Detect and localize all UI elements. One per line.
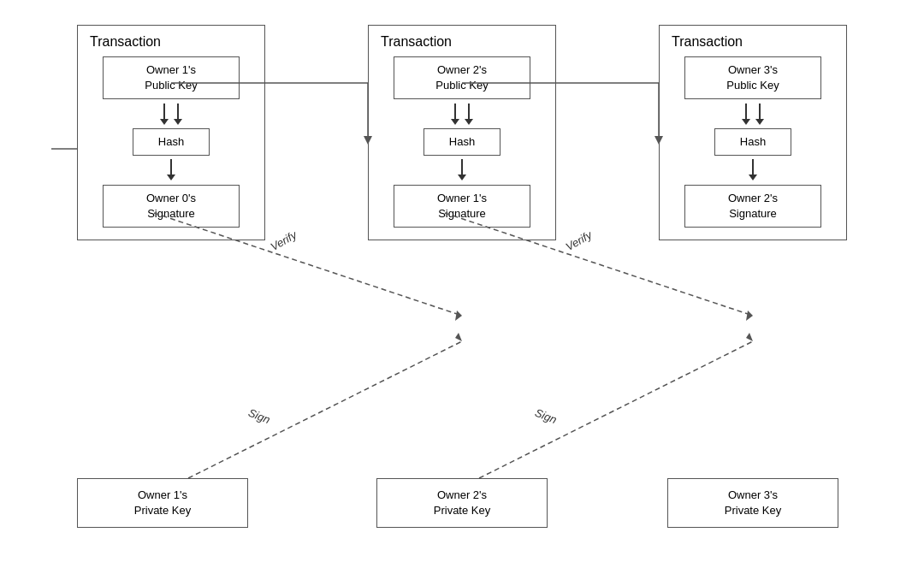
private-key-2: Owner 2'sPrivate Key: [376, 478, 548, 528]
tx3-signature: Owner 2'sSignature: [684, 185, 821, 228]
svg-marker-2: [455, 311, 462, 321]
private-key-3: Owner 3'sPrivate Key: [667, 478, 838, 528]
tx2-signature: Owner 1'sSignature: [394, 185, 530, 228]
tx3-label: Transaction: [672, 34, 834, 50]
tx1-label: Transaction: [90, 34, 252, 50]
transaction-box-3: Transaction Owner 3'sPublic Key Hash Own…: [659, 25, 847, 241]
tx1-signature: Owner 0'sSignature: [103, 185, 240, 228]
svg-line-7: [479, 341, 753, 478]
tx1-hash: Hash: [133, 128, 210, 156]
tx3-public-key: Owner 3'sPublic Key: [684, 56, 821, 99]
tx2-public-key: Owner 2'sPublic Key: [394, 56, 530, 99]
verify-label-2: Verify: [563, 228, 594, 252]
svg-marker-8: [746, 333, 753, 341]
svg-marker-6: [455, 333, 462, 341]
svg-marker-4: [746, 311, 753, 321]
sign-label-1: Sign: [246, 405, 272, 426]
tx2-label: Transaction: [381, 34, 543, 50]
tx2-hash: Hash: [424, 128, 500, 156]
svg-line-5: [188, 341, 462, 478]
transaction-box-1: Transaction Owner 1'sPublic Key Hash Own…: [77, 25, 265, 241]
sign-label-2: Sign: [533, 405, 559, 426]
private-key-1: Owner 1'sPrivate Key: [77, 478, 248, 528]
diagram: Transaction Owner 1'sPublic Key Hash Own…: [51, 16, 873, 547]
verify-label-1: Verify: [268, 228, 299, 252]
tx1-public-key: Owner 1'sPublic Key: [103, 56, 240, 99]
transaction-box-2: Transaction Owner 2'sPublic Key Hash Own…: [368, 25, 556, 241]
tx3-hash: Hash: [714, 128, 791, 156]
